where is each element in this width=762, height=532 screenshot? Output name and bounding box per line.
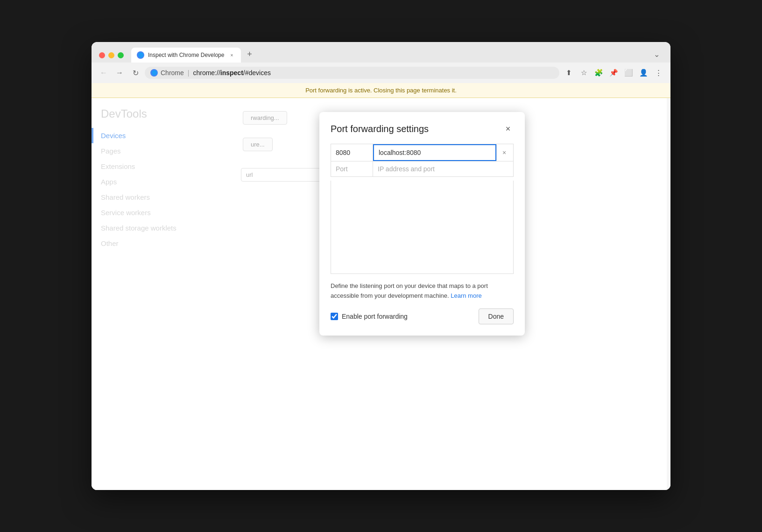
new-tab-button[interactable]: + [243,48,256,61]
tabs-area: 🌐 Inspect with Chrome Develope × + ⌄ [131,48,663,63]
nav-bar: ← → ↻ 🌐 Chrome | chrome://inspect/#devic… [92,63,670,83]
learn-more-link[interactable]: Learn more [451,292,481,299]
bookmark-button[interactable]: ☆ [577,66,590,79]
traffic-lights [99,52,124,58]
dialog-title: Port forwarding settings [331,124,429,134]
empty-port-area [331,181,514,274]
dialog-header: Port forwarding settings × [331,123,514,134]
nav-actions: ⬆ ☆ 🧩 📌 ⬜ 👤 ⋮ [562,66,665,79]
tab-favicon-icon: 🌐 [137,51,144,59]
close-window-button[interactable] [99,52,105,58]
address-url-prefix: chrome:// [193,69,220,77]
reload-button[interactable]: ↻ [129,66,142,79]
port-entry-row: × [331,144,514,161]
host-placeholder-cell: IP address and port [373,161,514,177]
enable-port-forwarding-checkbox[interactable] [331,313,338,320]
host-input[interactable] [373,144,496,161]
title-bar: 🌐 Inspect with Chrome Develope × + ⌄ [92,42,670,63]
content-area: DevTools Devices Pages Extensions Apps S… [92,98,670,490]
port-placeholder-cell: Port [331,161,373,177]
address-url-suffix: /#devices [243,69,271,77]
notification-bar: Port forwarding is active. Closing this … [92,83,670,98]
share-button[interactable]: ⬆ [562,66,575,79]
address-bar[interactable]: 🌐 Chrome | chrome://inspect/#devices [145,67,559,79]
tab-more-button[interactable]: ⌄ [650,48,663,61]
minimize-window-button[interactable] [108,52,114,58]
address-url-bold: inspect [220,69,243,77]
tab-close-button[interactable]: × [228,51,235,59]
extensions-button[interactable]: 🧩 [592,66,605,79]
done-button[interactable]: Done [479,308,514,324]
address-brand: Chrome [161,69,184,77]
back-button[interactable]: ← [97,66,110,79]
port-table: × Port IP address and port [331,144,514,177]
active-tab[interactable]: 🌐 Inspect with Chrome Develope × [131,48,241,63]
address-favicon-icon: 🌐 [150,69,158,77]
dialog-description: Define the listening port on your device… [331,281,514,301]
clear-cell: × [497,144,514,161]
address-url: chrome://inspect/#devices [193,69,271,77]
clear-row-button[interactable]: × [497,145,512,160]
port-forwarding-dialog: Port forwarding settings × × [319,112,525,336]
enable-port-forwarding-label: Enable port forwarding [331,313,473,320]
port-placeholder-row: Port IP address and port [331,161,514,177]
devtools-button[interactable]: 📌 [607,66,620,79]
dialog-close-button[interactable]: × [502,123,514,134]
dialog-footer: Enable port forwarding Done [331,308,514,324]
forward-button[interactable]: → [113,66,126,79]
profile-button[interactable]: 👤 [637,66,650,79]
notification-text: Port forwarding is active. Closing this … [305,87,457,94]
address-divider: | [188,69,190,77]
host-cell [373,144,497,161]
browser-window: 🌐 Inspect with Chrome Develope × + ⌄ ← →… [92,42,670,490]
maximize-window-button[interactable] [118,52,124,58]
split-view-button[interactable]: ⬜ [622,66,635,79]
port-input[interactable] [331,145,373,160]
tab-title: Inspect with Chrome Develope [148,52,224,58]
more-button[interactable]: ⋮ [652,66,665,79]
port-cell [331,144,373,161]
